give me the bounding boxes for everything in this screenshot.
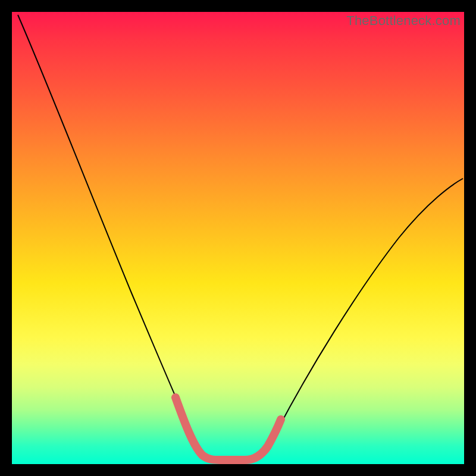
chart-svg [12, 12, 464, 464]
optimal-range-marker [176, 397, 281, 460]
watermark-text: TheBottleneck.com [346, 13, 461, 29]
chart-frame: TheBottleneck.com [12, 12, 464, 464]
bottleneck-curve [18, 15, 463, 459]
